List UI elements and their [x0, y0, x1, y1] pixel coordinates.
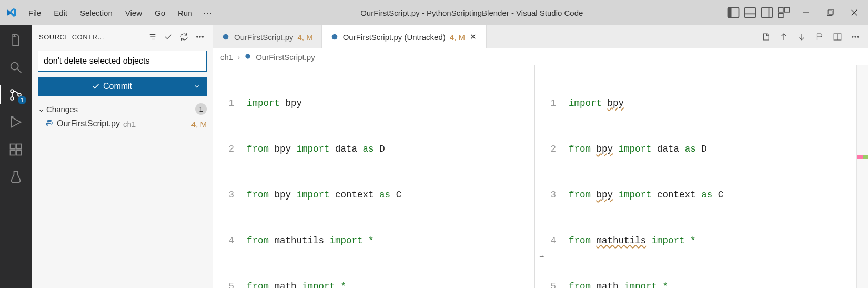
diff-editor[interactable]: 1import bpy 2from bpy import data as D 3… — [213, 65, 868, 288]
python-file-icon — [44, 119, 54, 128]
more-editor-actions-icon[interactable] — [848, 29, 863, 44]
view-as-tree-icon[interactable] — [147, 31, 158, 43]
svg-point-31 — [331, 34, 337, 40]
menu-overflow-icon[interactable]: ⋯ — [198, 5, 218, 21]
next-change-icon[interactable] — [794, 29, 809, 44]
svg-point-37 — [246, 54, 250, 58]
svg-rect-11 — [829, 9, 833, 14]
toggle-panel-right-icon[interactable] — [760, 5, 774, 20]
more-actions-icon[interactable] — [194, 31, 206, 43]
scm-sidebar: SOURCE CONTR... Commit ⌄ Changes 1 — [32, 25, 213, 288]
editor-area: OurFirstScript.py 4, M OurFirstScript.py… — [213, 25, 868, 288]
scm-title: SOURCE CONTR... — [39, 33, 143, 41]
tab-original[interactable]: OurFirstScript.py 4, M — [213, 25, 322, 48]
commit-button[interactable]: Commit — [38, 77, 186, 96]
previous-change-icon[interactable] — [776, 29, 791, 44]
svg-rect-7 — [784, 8, 789, 12]
activity-extensions-icon[interactable] — [8, 142, 23, 157]
file-name: OurFirstScript.py — [57, 119, 120, 128]
svg-rect-2 — [745, 8, 756, 18]
svg-rect-8 — [779, 13, 783, 17]
close-icon[interactable]: ✕ — [469, 33, 478, 41]
svg-point-16 — [11, 90, 14, 93]
diff-original-pane[interactable]: 1import bpy 2from bpy import data as D 3… — [213, 65, 535, 288]
menu-edit[interactable]: Edit — [48, 6, 73, 19]
svg-point-19 — [11, 116, 13, 118]
chevron-down-icon: ⌄ — [38, 104, 46, 114]
window-title: OurFirstScript.py - PythonScriptingBlend… — [218, 8, 726, 17]
breadcrumb-seg[interactable]: ch1 — [220, 53, 233, 62]
activity-testing-icon[interactable] — [8, 170, 23, 184]
svg-point-35 — [855, 36, 856, 37]
commit-check-icon[interactable] — [163, 31, 174, 43]
tab-status: 4, M — [298, 33, 313, 42]
menu-selection[interactable]: Selection — [75, 6, 118, 19]
chevron-right-icon: › — [237, 53, 240, 62]
tab-working[interactable]: OurFirstScript.py (Untracked) 4, M ✕ — [322, 25, 487, 48]
commit-message-input[interactable] — [38, 51, 207, 72]
commit-dropdown[interactable] — [186, 77, 207, 96]
svg-point-29 — [202, 36, 203, 37]
svg-rect-21 — [11, 150, 15, 155]
svg-rect-6 — [779, 8, 783, 12]
refresh-icon[interactable] — [178, 31, 190, 43]
activity-search-icon[interactable] — [8, 60, 23, 75]
python-file-icon — [330, 33, 339, 41]
svg-point-27 — [197, 36, 198, 37]
svg-line-15 — [18, 69, 22, 73]
toggle-panel-left-icon[interactable] — [726, 5, 741, 20]
tab-status: 4, M — [450, 33, 465, 42]
scm-header: SOURCE CONTR... — [32, 25, 213, 48]
breadcrumb[interactable]: ch1 › OurFirstScript.py — [213, 48, 868, 65]
window-maximize-icon[interactable] — [821, 3, 840, 22]
scm-badge: 1 — [18, 96, 26, 104]
menu-run[interactable]: Run — [173, 6, 198, 19]
open-changes-icon[interactable] — [759, 29, 773, 44]
menu-view[interactable]: View — [120, 6, 147, 19]
svg-point-34 — [852, 36, 853, 37]
commit-button-label: Commit — [103, 82, 132, 91]
changes-section[interactable]: ⌄ Changes 1 — [32, 101, 213, 117]
toggle-panel-bottom-icon[interactable] — [743, 5, 758, 20]
file-dir: ch1 — [123, 120, 136, 128]
commit-message-field[interactable] — [44, 56, 201, 66]
split-editor-icon[interactable] — [830, 29, 845, 44]
activity-explorer-icon[interactable] — [8, 33, 23, 47]
svg-point-36 — [857, 36, 859, 37]
changes-label: Changes — [46, 105, 78, 114]
activity-scm-icon[interactable]: 1 — [8, 87, 23, 102]
breadcrumb-seg[interactable]: OurFirstScript.py — [256, 53, 315, 62]
svg-rect-22 — [16, 150, 21, 155]
python-file-icon — [221, 33, 230, 41]
menu-go[interactable]: Go — [149, 6, 170, 19]
svg-rect-23 — [16, 144, 21, 149]
python-file-icon — [244, 53, 251, 62]
svg-rect-20 — [11, 144, 15, 149]
tab-label: OurFirstScript.py (Untracked) — [343, 33, 446, 42]
file-status: 4, M — [191, 120, 207, 128]
diff-modified-pane[interactable]: 1import bpy 2from bpy import data as D 3… — [535, 65, 856, 288]
svg-point-30 — [223, 34, 229, 40]
svg-point-28 — [199, 36, 200, 37]
changes-count: 1 — [195, 103, 207, 115]
svg-rect-10 — [827, 11, 832, 15]
svg-rect-4 — [762, 8, 773, 18]
window-close-icon[interactable] — [845, 3, 864, 22]
menu-file[interactable]: File — [23, 6, 46, 19]
svg-point-17 — [11, 97, 14, 100]
diff-overview-ruler[interactable] — [856, 65, 868, 288]
window-minimize-icon[interactable] — [796, 3, 815, 22]
customize-layout-icon[interactable] — [776, 5, 791, 20]
changed-file-item[interactable]: OurFirstScript.py ch1 4, M — [32, 117, 213, 131]
svg-point-14 — [11, 63, 18, 70]
svg-rect-1 — [728, 8, 732, 18]
vscode-icon — [6, 7, 17, 18]
editor-tabs: OurFirstScript.py 4, M OurFirstScript.py… — [213, 25, 868, 48]
tab-label: OurFirstScript.py — [234, 33, 294, 42]
whitespace-icon[interactable] — [812, 29, 827, 44]
activity-bar: 1 — [0, 25, 32, 288]
activity-debug-icon[interactable] — [8, 115, 23, 130]
